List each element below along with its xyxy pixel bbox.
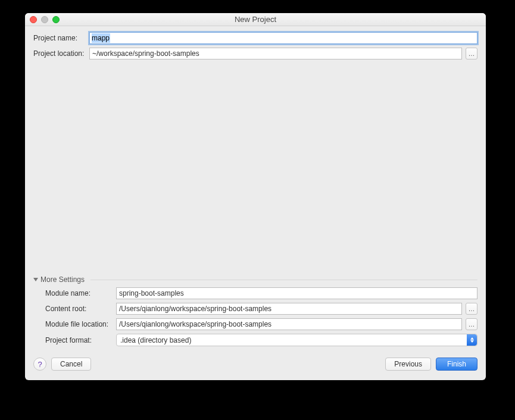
project-format-label: Project format: <box>45 336 113 344</box>
project-location-browse-button[interactable]: … <box>466 48 477 59</box>
project-location-row: Project location: … <box>33 48 477 59</box>
project-format-value: .idea (directory based) <box>120 336 191 344</box>
module-file-location-input[interactable] <box>116 318 462 330</box>
module-file-location-browse-button[interactable]: … <box>466 318 477 330</box>
minimize-icon <box>41 16 48 23</box>
zoom-icon[interactable] <box>52 16 60 23</box>
project-location-label: Project location: <box>33 49 86 58</box>
disclosure-triangle-icon <box>33 278 38 281</box>
more-settings-body: Module name: Content root: … Module file… <box>33 287 477 350</box>
content-root-label: Content root: <box>45 305 113 313</box>
select-arrows-icon <box>467 334 477 346</box>
dialog-footer: ? Cancel Previous Finish <box>25 354 486 380</box>
titlebar: New Project <box>25 13 486 26</box>
project-name-row: Project name: mapp <box>33 32 477 44</box>
project-name-input[interactable] <box>89 32 477 44</box>
module-name-input[interactable] <box>116 287 477 299</box>
module-file-location-label: Module file location: <box>45 320 113 328</box>
more-settings-title: More Settings <box>40 275 85 284</box>
dialog-content: Project name: mapp Project location: … M… <box>25 26 486 354</box>
content-root-row: Content root: … <box>45 303 477 315</box>
project-format-select[interactable]: .idea (directory based) <box>116 334 477 346</box>
dialog-window: New Project Project name: mapp Project l… <box>25 13 486 380</box>
project-name-label: Project name: <box>33 34 86 42</box>
project-name-input-wrap: mapp <box>89 32 477 44</box>
finish-button[interactable]: Finish <box>436 358 477 371</box>
content-spacer <box>33 63 477 272</box>
close-icon[interactable] <box>30 16 37 23</box>
project-location-input[interactable] <box>89 48 462 59</box>
module-name-row: Module name: <box>45 287 477 299</box>
module-file-location-row: Module file location: … <box>45 318 477 330</box>
module-name-label: Module name: <box>45 289 113 297</box>
more-settings-header[interactable]: More Settings <box>33 275 477 284</box>
window-title: New Project <box>235 15 276 24</box>
help-button[interactable]: ? <box>33 358 46 371</box>
section-divider <box>90 280 477 280</box>
previous-button[interactable]: Previous <box>385 358 431 371</box>
project-name-selection: mapp <box>92 33 110 43</box>
content-root-input[interactable] <box>116 303 462 315</box>
content-root-browse-button[interactable]: … <box>466 303 477 315</box>
window-controls <box>30 16 60 23</box>
cancel-button[interactable]: Cancel <box>51 358 91 371</box>
project-format-row: Project format: .idea (directory based) <box>45 334 477 346</box>
